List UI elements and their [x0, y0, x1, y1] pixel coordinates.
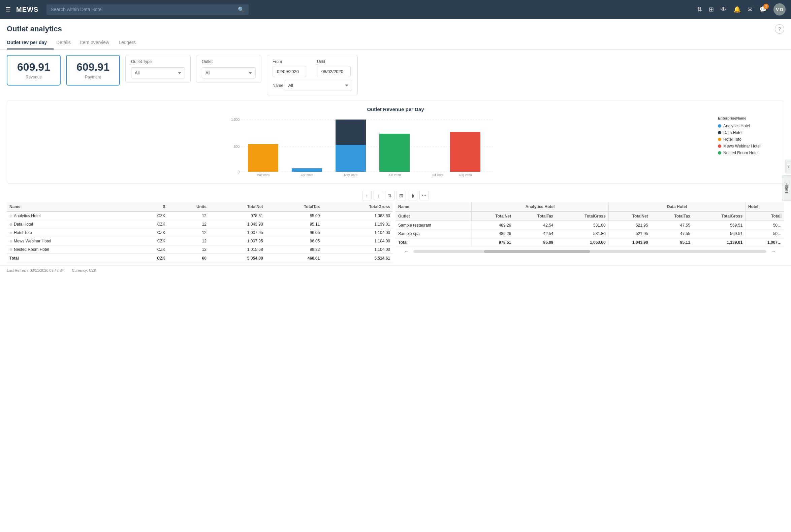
row-currency: CZK	[132, 237, 168, 245]
legend-label-mews: Mews Webinar Hotel	[723, 144, 760, 149]
total-net: 5,054.00	[209, 254, 266, 263]
svg-text:Apr 2020: Apr 2020	[301, 173, 313, 177]
table-row: Sample spa 489.26 42.54 531.80 521.95 47…	[396, 230, 784, 239]
rcol-data-hotel: Data Hotel	[608, 202, 745, 211]
bell-icon[interactable]: 🔔	[733, 6, 741, 13]
tab-item-overview[interactable]: Item overview	[80, 36, 116, 50]
page-content: Outlet analytics ? Outlet rev per day De…	[0, 19, 791, 532]
payment-card[interactable]: 609.91 Payment	[66, 55, 120, 86]
outlet-select[interactable]: All	[202, 67, 256, 78]
help-button[interactable]: ?	[775, 24, 784, 34]
table-row: ⊕Hotel Toto CZK 12 1,007.95 96.05 1,104.…	[7, 229, 393, 237]
legend-title: EnterpriseName	[718, 116, 778, 120]
left-table-wrap: Name $ Units TotalNet TotalTax TotalGros…	[7, 202, 396, 263]
search-input[interactable]	[51, 7, 235, 12]
col-currency: $	[132, 202, 168, 211]
row-net: 1,043.90	[209, 220, 266, 229]
rrow-ah-tax: 42.54	[514, 221, 556, 230]
legend-label-data: Data Hotel	[723, 130, 742, 135]
row-net: 978.51	[209, 211, 266, 220]
date-name-filter: From 02/09/2020 Until 08/02/2020 Name Al…	[267, 55, 358, 95]
right-table-wrap: Name Analytics Hotel Data Hotel Hotel Ou…	[396, 202, 784, 263]
chat-icon[interactable]: 💬 2	[759, 6, 767, 13]
page-header: Outlet analytics ?	[0, 19, 791, 34]
row-units: 12	[168, 237, 209, 245]
toolbar-down-btn[interactable]: ↓	[373, 191, 383, 200]
scroll-thumb	[484, 250, 590, 253]
bar-jun-2020	[379, 134, 410, 172]
revenue-card[interactable]: 609.91 Revenue	[7, 55, 61, 86]
rrow-dh-tax: 47.55	[651, 230, 693, 239]
tab-ledgers[interactable]: Ledgers	[118, 36, 143, 50]
filters-tab-button[interactable]: Filters	[782, 175, 791, 201]
legend-dot-data	[718, 131, 721, 134]
rcol-dh-net: TotalNet	[608, 211, 650, 221]
toolbar-up-btn[interactable]: ↑	[362, 191, 372, 200]
page-footer: Last Refresh: 03/11/2020 09:47:34 Curren…	[0, 265, 791, 275]
legend-label-nested: Nested Room Hotel	[723, 151, 759, 155]
col-totaltax: TotalTax	[266, 202, 323, 211]
chart-legend: EnterpriseName Analytics Hotel Data Hote…	[718, 116, 778, 178]
from-date-value[interactable]: 02/09/2020	[273, 66, 306, 77]
rrow-hotel: 50…	[746, 230, 784, 239]
rcol-dh-tax: TotalTax	[651, 211, 693, 221]
from-label: From	[273, 59, 306, 64]
menu-icon[interactable]: ☰	[5, 6, 11, 13]
outlet-type-select[interactable]: All	[131, 67, 185, 78]
legend-label-toto: Hotel Toto	[723, 137, 741, 142]
filters-row: 609.91 Revenue 609.91 Payment Outlet Typ…	[0, 50, 791, 101]
legend-dot-analytics	[718, 124, 721, 128]
right-sidebar: ‹ Filters	[782, 159, 791, 201]
legend-dot-mews	[718, 145, 721, 148]
toolbar-more-btn[interactable]: ⋯	[419, 191, 429, 200]
sort-icon[interactable]: ⇅	[697, 6, 702, 13]
until-date-value[interactable]: 08/02/2020	[317, 66, 351, 77]
add-icon[interactable]: ⊞	[709, 6, 714, 13]
avatar[interactable]: V D	[773, 3, 786, 16]
eye-icon[interactable]: 👁	[721, 6, 726, 13]
search-bar: 🔍	[47, 4, 249, 15]
tabs-bar: Outlet rev per day Details Item overview…	[0, 36, 791, 50]
mail-icon[interactable]: ✉	[748, 6, 753, 13]
sidebar-collapse-button[interactable]: ‹	[785, 159, 791, 173]
tables-row: Name $ Units TotalNet TotalTax TotalGros…	[7, 202, 784, 263]
revenue-value: 609.91	[16, 61, 52, 73]
chart-section: Outlet Revenue per Day 1,000 500 0 Mar 2…	[7, 101, 784, 184]
last-refresh: Last Refresh: 03/11/2020 09:47:34	[7, 268, 64, 272]
toolbar-filter-btn[interactable]: ⧫	[408, 191, 418, 200]
name-select[interactable]: All	[285, 80, 352, 91]
tab-outlet-rev-per-day[interactable]: Outlet rev per day	[7, 36, 54, 50]
scroll-right-btn[interactable]: →	[769, 248, 777, 254]
row-tax: 85.09	[266, 211, 323, 220]
scroll-left-btn[interactable]: ←	[402, 248, 411, 254]
row-currency: CZK	[132, 245, 168, 254]
rtotal-dh-gross: 1,139.01	[693, 238, 746, 247]
outlet-label: Outlet	[202, 59, 256, 64]
svg-text:Jun 2020: Jun 2020	[388, 173, 401, 177]
bar-may-2020-top	[335, 119, 366, 145]
scroll-bar: ← →	[402, 247, 777, 256]
toolbar-sort-btn[interactable]: ⇅	[385, 191, 394, 200]
rrow-hotel: 50…	[746, 221, 784, 230]
row-units: 12	[168, 220, 209, 229]
legend-dot-toto	[718, 138, 721, 141]
table-row: Sample restaurant 489.26 42.54 531.80 52…	[396, 221, 784, 230]
rrow-dh-net: 521.95	[608, 230, 650, 239]
row-name: ⊕Nested Room Hotel	[7, 245, 132, 254]
row-name: ⊕Data Hotel	[7, 220, 132, 229]
toolbar-export-btn[interactable]: ⊞	[397, 191, 406, 200]
scroll-track[interactable]	[413, 250, 767, 253]
rtotal-ah-net: 978.51	[472, 238, 514, 247]
name-label: Name	[273, 83, 283, 88]
row-name: ⊕Analytics Hotel	[7, 211, 132, 220]
svg-text:May 2020: May 2020	[344, 173, 357, 177]
rcol-ah-net: TotalNet	[472, 211, 514, 221]
rcol-ah-tax: TotalTax	[514, 211, 556, 221]
chart-title: Outlet Revenue per Day	[13, 107, 778, 112]
chart-area: 1,000 500 0 Mar 2020 Apr 2020	[13, 116, 778, 178]
tab-details[interactable]: Details	[56, 36, 77, 50]
right-table-scroll[interactable]: Name Analytics Hotel Data Hotel Hotel Ou…	[396, 202, 784, 247]
row-units: 12	[168, 229, 209, 237]
table-row: ⊕Mews Webinar Hotel CZK 12 1,007.95 96.0…	[7, 237, 393, 245]
row-net: 1,007.95	[209, 229, 266, 237]
